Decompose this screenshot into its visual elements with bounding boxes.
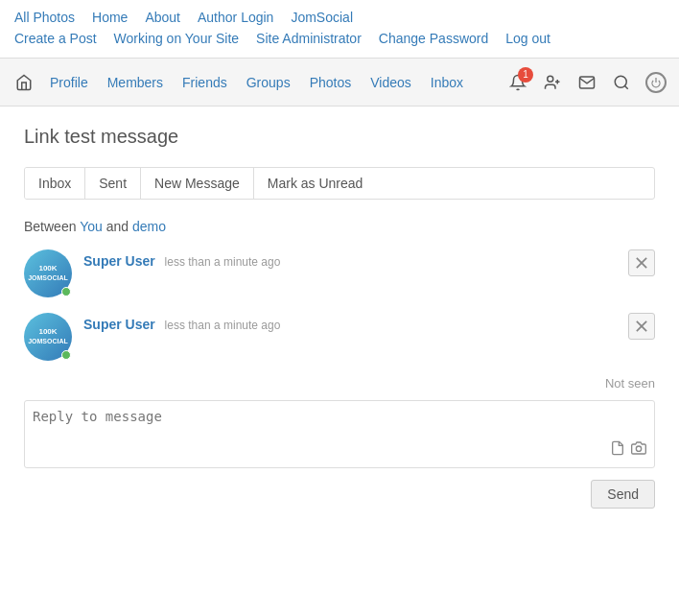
- svg-point-10: [636, 446, 641, 451]
- notifications-icon[interactable]: 1: [504, 69, 531, 96]
- message-time-0: less than a minute ago: [165, 255, 281, 269]
- top-navigation: All PhotosHomeAboutAuthor LoginJomSocial…: [0, 0, 679, 59]
- user1-link[interactable]: You: [80, 219, 103, 234]
- app-bar-icons: 1: [504, 69, 669, 96]
- message-row-1: 100KJOMSOCIAL Super User less than a min…: [24, 313, 655, 361]
- page-title: Link test message: [24, 126, 655, 148]
- topnav-jomsocial[interactable]: JomSocial: [291, 10, 353, 25]
- topnav-working-site[interactable]: Working on Your Site: [114, 31, 240, 46]
- topnav-create-post[interactable]: Create a Post: [14, 31, 97, 46]
- appbar-groups[interactable]: Groups: [239, 71, 298, 94]
- message-meta-1: Super User less than a minute ago: [83, 313, 628, 332]
- top-nav-row2: Create a PostWorking on Your SiteSite Ad…: [14, 31, 665, 46]
- reply-area: [24, 400, 655, 468]
- send-button[interactable]: Send: [591, 480, 655, 509]
- avatar-0: 100KJOMSOCIAL: [24, 249, 72, 297]
- svg-line-4: [624, 85, 627, 88]
- tab-mark-unread[interactable]: Mark as Unread: [254, 168, 377, 199]
- topnav-author-login[interactable]: Author Login: [198, 10, 273, 25]
- appbar-friends[interactable]: Friends: [175, 71, 235, 94]
- between-text: Between You and demo: [24, 219, 655, 234]
- topnav-home[interactable]: Home: [92, 10, 128, 25]
- not-seen-label: Not seen: [24, 376, 655, 391]
- tab-bar: InboxSentNew MessageMark as Unread: [24, 167, 655, 200]
- top-nav-row1: All PhotosHomeAboutAuthor LoginJomSocial: [14, 10, 665, 25]
- topnav-logout[interactable]: Log out: [505, 31, 550, 46]
- svg-point-3: [615, 76, 626, 87]
- message-time-1: less than a minute ago: [165, 319, 281, 332]
- search-icon[interactable]: [608, 69, 635, 96]
- appbar-profile[interactable]: Profile: [42, 71, 96, 94]
- appbar-inbox[interactable]: Inbox: [423, 71, 471, 94]
- tab-sent[interactable]: Sent: [85, 168, 141, 199]
- messages-icon[interactable]: [574, 69, 600, 96]
- topnav-all-photos[interactable]: All Photos: [14, 10, 75, 25]
- message-author-0[interactable]: Super User: [83, 253, 155, 269]
- notification-badge: 1: [518, 67, 533, 83]
- appbar-videos[interactable]: Videos: [363, 71, 419, 94]
- attachment-icon[interactable]: [610, 440, 625, 460]
- send-row: Send: [24, 480, 655, 509]
- reply-textarea[interactable]: [33, 409, 646, 457]
- home-icon[interactable]: [10, 68, 38, 97]
- topnav-change-password[interactable]: Change Password: [379, 31, 488, 46]
- avatar-1: 100KJOMSOCIAL: [24, 313, 72, 361]
- delete-button-0[interactable]: [628, 249, 655, 276]
- camera-icon[interactable]: [631, 440, 646, 460]
- power-icon[interactable]: [643, 69, 669, 96]
- topnav-site-admin[interactable]: Site Administrator: [256, 31, 362, 46]
- message-row-0: 100KJOMSOCIAL Super User less than a min…: [24, 249, 655, 297]
- messages-list: 100KJOMSOCIAL Super User less than a min…: [24, 249, 655, 361]
- delete-button-1[interactable]: [628, 313, 655, 340]
- user2-link[interactable]: demo: [132, 219, 166, 234]
- appbar-photos[interactable]: Photos: [302, 71, 360, 94]
- svg-point-0: [548, 76, 553, 82]
- reply-icons: [610, 440, 646, 460]
- tab-inbox[interactable]: Inbox: [25, 168, 85, 199]
- add-user-icon[interactable]: [539, 69, 566, 96]
- tab-new-message[interactable]: New Message: [141, 168, 254, 199]
- topnav-about[interactable]: About: [145, 10, 180, 25]
- app-bar: ProfileMembersFriendsGroupsPhotosVideosI…: [0, 59, 679, 107]
- appbar-members[interactable]: Members: [100, 71, 171, 94]
- message-author-1[interactable]: Super User: [83, 317, 155, 332]
- main-content: Link test message InboxSentNew MessageMa…: [0, 107, 679, 528]
- message-meta-0: Super User less than a minute ago: [83, 249, 628, 269]
